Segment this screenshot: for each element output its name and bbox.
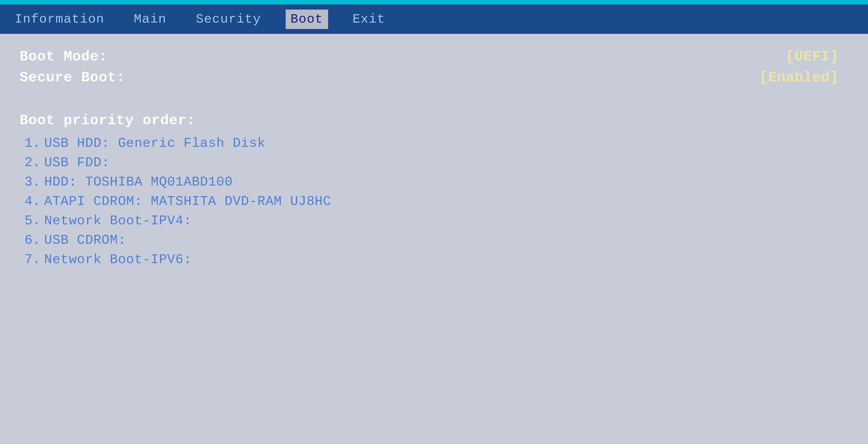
menu-bar: Information Main Security Boot Exit [0,4,868,34]
boot-item-5[interactable]: 5. Network Boot-IPV4: [20,213,848,228]
secure-boot-label: Secure Boot: [20,69,125,85]
boot-priority-section-label: Boot priority order: [20,112,848,128]
boot-item-6[interactable]: 6. USB CDROM: [20,233,848,248]
boot-item-4-number: 4. [25,194,44,209]
boot-item-6-text: USB CDROM: [44,233,126,248]
menu-item-security[interactable]: Security [191,9,266,29]
boot-item-1-number: 1. [25,136,44,151]
boot-item-7[interactable]: 7. Network Boot-IPV6: [20,252,848,267]
boot-item-3-text: HDD: TOSHIBA MQ01ABD100 [44,175,232,189]
boot-item-3[interactable]: 3. HDD: TOSHIBA MQ01ABD100 [20,175,848,189]
boot-item-5-number: 5. [25,213,44,228]
secure-boot-value[interactable]: [Enabled] [760,69,848,85]
menu-item-information[interactable]: Information [10,9,109,29]
boot-item-7-text: Network Boot-IPV6: [44,252,192,267]
menu-item-main[interactable]: Main [129,9,171,29]
boot-mode-value[interactable]: [UEFI] [786,49,848,64]
boot-item-2-number: 2. [25,155,44,170]
boot-item-2-text: USB FDD: [44,155,110,170]
boot-item-4[interactable]: 4. ATAPI CDROM: MATSHITA DVD-RAM UJ8HC [20,194,848,209]
boot-mode-label: Boot Mode: [20,49,107,64]
menu-item-exit[interactable]: Exit [348,9,390,29]
main-content: Boot Mode: [UEFI] Secure Boot: [Enabled]… [0,34,868,444]
menu-item-boot[interactable]: Boot [286,9,328,29]
boot-item-1-text: USB HDD: Generic Flash Disk [44,136,266,151]
boot-item-4-text: ATAPI CDROM: MATSHITA DVD-RAM UJ8HC [44,194,331,209]
boot-item-7-number: 7. [25,252,44,267]
boot-mode-row: Boot Mode: [UEFI] [20,49,848,64]
boot-item-2[interactable]: 2. USB FDD: [20,155,848,170]
top-accent-bar [0,0,868,4]
boot-item-1[interactable]: 1. USB HDD: Generic Flash Disk [20,136,848,151]
secure-boot-row: Secure Boot: [Enabled] [20,69,848,85]
boot-item-3-number: 3. [25,175,44,189]
boot-item-6-number: 6. [25,233,44,248]
boot-item-5-text: Network Boot-IPV4: [44,213,192,228]
